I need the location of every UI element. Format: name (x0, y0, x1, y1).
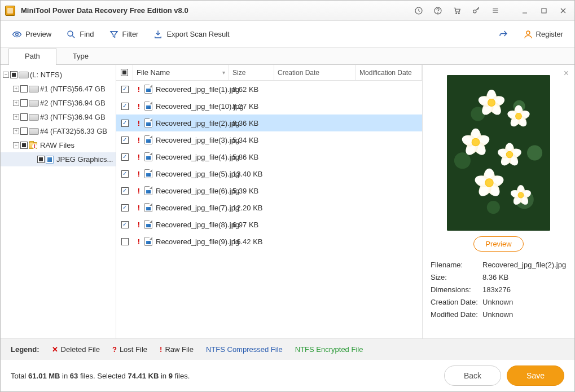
tree-partition[interactable]: +#4 (FAT32)56.33 GB (1, 124, 116, 138)
col-size[interactable]: Size (229, 65, 274, 80)
tab-type[interactable]: Type (56, 48, 105, 65)
file-icon (144, 118, 152, 127)
file-size: 5.86 KB (229, 153, 274, 161)
svg-point-9 (526, 31, 530, 34)
tree-panel: −(L: NTFS) +#1 (NTFS)56.47 GB+#2 (NTFS)3… (1, 65, 116, 338)
row-checkbox[interactable] (121, 153, 129, 161)
file-icon (144, 152, 152, 161)
drive-icon (19, 72, 29, 78)
register-button[interactable]: Register (523, 29, 563, 39)
jpeg-icon (46, 156, 54, 164)
legend: Legend: ✕Deleted File ?Lost File !Raw Fi… (1, 338, 574, 360)
back-button[interactable]: Back (444, 365, 501, 386)
cart-icon[interactable] (450, 4, 464, 17)
export-button[interactable]: Export Scan Result (153, 29, 229, 39)
file-row[interactable]: !Recovered_jpg_file(5).jpg13.40 KB (116, 165, 422, 182)
legend-compressed: NTFS Compressed File (206, 345, 283, 354)
file-row[interactable]: !Recovered_jpg_file(9).jpg16.42 KB (116, 233, 422, 250)
tree-partition[interactable]: +#3 (NTFS)36.94 GB (1, 110, 116, 124)
file-icon (144, 135, 152, 144)
preview-thumbnail (447, 75, 550, 231)
legend-deleted: ✕Deleted File (52, 345, 100, 354)
minimize-button[interactable] (518, 4, 532, 17)
menu-icon[interactable] (489, 4, 502, 17)
row-checkbox[interactable] (121, 170, 129, 178)
file-icon (144, 203, 152, 212)
file-size: 8.36 KB (229, 119, 274, 127)
file-row[interactable]: !Recovered_jpg_file(4).jpg5.86 KB (116, 148, 422, 165)
legend-encrypted: NTFS Encrypted File (295, 345, 363, 354)
drive-icon (29, 100, 39, 107)
file-size: 12.20 KB (229, 204, 274, 212)
col-creation-date[interactable]: Creation Date (274, 65, 356, 80)
svg-point-8 (68, 31, 73, 36)
file-icon (144, 237, 152, 246)
find-button[interactable]: Find (66, 29, 94, 39)
file-row[interactable]: !Recovered_jpg_file(1).jpg8.62 KB (116, 81, 422, 98)
file-row[interactable]: !Recovered_jpg_file(8).jpg6.97 KB (116, 216, 422, 233)
row-checkbox[interactable] (121, 120, 129, 127)
svg-point-7 (16, 33, 19, 36)
raw-flag-icon: ! (137, 136, 141, 144)
app-icon (5, 6, 15, 16)
checkbox[interactable] (20, 85, 28, 93)
checkbox[interactable] (20, 113, 28, 121)
tree-jpeg-graphics[interactable]: JPEG Graphics... (1, 152, 116, 166)
row-checkbox[interactable] (121, 187, 129, 195)
file-row[interactable]: !Recovered_jpg_file(2).jpg8.36 KB (116, 114, 422, 131)
checkbox[interactable] (37, 156, 45, 163)
file-name: Recovered_jpg_file(5).jpg (156, 170, 239, 178)
file-name: Recovered_jpg_file(7).jpg (156, 204, 239, 212)
checkbox[interactable] (20, 127, 28, 135)
preview-metadata: Filename:Recovered_jpg_file(2).jpg Size:… (431, 261, 567, 319)
row-checkbox[interactable] (121, 86, 129, 93)
preview-open-button[interactable]: Preview (473, 236, 523, 252)
row-checkbox[interactable] (121, 136, 129, 144)
row-checkbox[interactable] (121, 204, 129, 212)
file-row[interactable]: !Recovered_jpg_file(7).jpg12.20 KB (116, 199, 422, 216)
col-filename[interactable]: File Name (137, 68, 170, 77)
raw-flag-icon: ! (137, 102, 141, 111)
tree-partition[interactable]: +#1 (NTFS)56.47 GB (1, 82, 116, 96)
key-icon[interactable] (469, 4, 483, 17)
checkbox[interactable] (20, 142, 28, 149)
list-header: File Name▾ Size Creation Date Modificati… (116, 65, 422, 81)
col-modification-date[interactable]: Modification Date (356, 65, 422, 80)
tree-raw-files[interactable]: −RAW Files (1, 138, 116, 152)
close-button[interactable] (556, 4, 570, 17)
file-icon (144, 186, 152, 195)
tree-root[interactable]: −(L: NTFS) (1, 68, 116, 82)
file-size: 16.42 KB (229, 237, 274, 246)
maximize-button[interactable] (537, 4, 551, 17)
checkbox[interactable] (10, 71, 17, 78)
svg-point-5 (473, 10, 476, 12)
close-preview-icon[interactable]: × (564, 68, 569, 78)
raw-flag-icon: ! (137, 237, 141, 246)
select-all-checkbox[interactable] (121, 69, 128, 76)
file-size: 5.39 KB (229, 187, 274, 195)
drive-icon (29, 128, 39, 135)
checkbox[interactable] (20, 99, 28, 107)
row-checkbox[interactable] (121, 221, 129, 228)
share-button[interactable] (498, 29, 508, 39)
filter-button[interactable]: Filter (109, 29, 139, 39)
file-row[interactable]: !Recovered_jpg_file(10).jpg8.27 KB (116, 98, 422, 114)
file-row[interactable]: !Recovered_jpg_file(3).jpg5.34 KB (116, 131, 422, 148)
file-name: Recovered_jpg_file(3).jpg (156, 136, 239, 144)
file-row[interactable]: !Recovered_jpg_file(6).jpg5.39 KB (116, 182, 422, 199)
tree-partition[interactable]: +#2 (NTFS)36.94 GB (1, 96, 116, 110)
help-icon[interactable] (431, 4, 445, 17)
save-button[interactable]: Save (507, 365, 564, 386)
preview-button[interactable]: Preview (12, 29, 51, 39)
tab-path[interactable]: Path (8, 48, 56, 65)
file-size: 5.34 KB (229, 136, 274, 144)
drive-icon (29, 114, 39, 121)
svg-point-2 (438, 12, 438, 13)
row-checkbox[interactable] (121, 238, 129, 245)
raw-flag-icon: ! (137, 85, 141, 94)
file-name: Recovered_jpg_file(1).jpg (156, 85, 239, 94)
row-checkbox[interactable] (121, 103, 129, 110)
history-icon[interactable] (412, 4, 425, 17)
file-icon (144, 102, 152, 111)
file-name: Recovered_jpg_file(2).jpg (156, 119, 239, 127)
